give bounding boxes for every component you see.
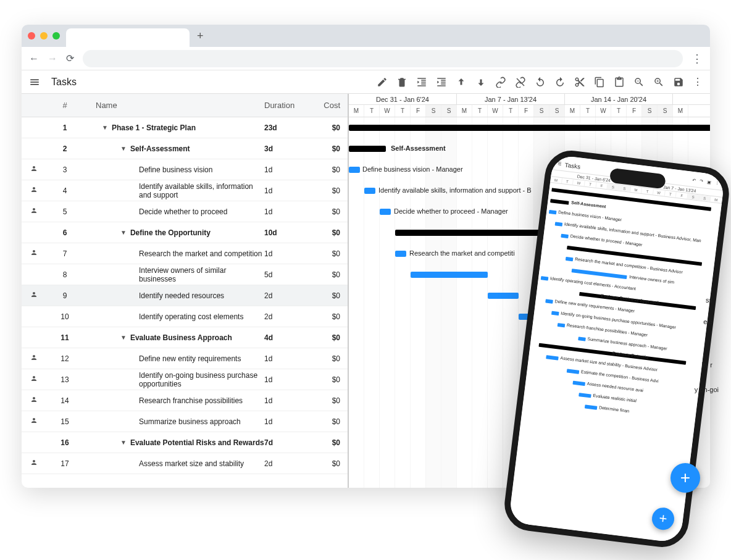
forward-icon[interactable]: → — [48, 53, 57, 64]
col-cost[interactable]: Cost — [314, 101, 348, 110]
task-bar[interactable] — [545, 299, 553, 303]
more-icon[interactable]: ⋮ — [714, 180, 719, 186]
back-icon[interactable]: ← — [29, 53, 39, 64]
task-row[interactable]: 3 Define business vision 1d $0 — [22, 159, 348, 180]
task-bar[interactable] — [380, 209, 391, 215]
copy-icon[interactable] — [594, 76, 605, 88]
row-name: ▼Phase 1 - Strategic Plan — [83, 123, 264, 132]
expand-icon[interactable]: ▼ — [120, 439, 127, 446]
task-row[interactable]: 17 Assess market size and stability 2d $… — [22, 453, 348, 474]
task-row[interactable]: 14 Research franchise possibilities 1d $… — [22, 390, 348, 411]
task-row[interactable]: 6 ▼Define the Opportunity 10d $0 — [22, 222, 348, 243]
zoom-in-icon[interactable] — [653, 76, 664, 88]
task-bar[interactable] — [546, 355, 559, 360]
add-task-fab[interactable]: + — [670, 463, 700, 493]
expand-icon[interactable]: ▼ — [120, 145, 127, 152]
redo-icon[interactable]: ↷ — [700, 178, 704, 184]
task-bar[interactable] — [349, 167, 360, 173]
row-type-icon — [22, 417, 46, 426]
unlink-icon[interactable] — [515, 76, 526, 88]
row-type-icon — [22, 291, 46, 300]
new-tab-button[interactable]: + — [197, 30, 204, 43]
row-duration: 23d — [264, 123, 314, 132]
task-bar[interactable] — [411, 272, 488, 278]
cut-icon[interactable] — [574, 76, 585, 88]
undo-icon[interactable] — [535, 76, 546, 88]
task-bar[interactable] — [364, 188, 375, 194]
task-bar[interactable] — [551, 311, 559, 316]
summary-bar[interactable] — [550, 199, 569, 205]
task-bar[interactable] — [395, 251, 406, 257]
task-row[interactable]: 7 Research the market and competition 1d… — [22, 243, 348, 264]
task-row[interactable]: 1 ▼Phase 1 - Strategic Plan 23d $0 — [22, 117, 348, 138]
expand-icon[interactable]: ▼ — [102, 124, 108, 131]
browser-tab[interactable] — [66, 28, 190, 47]
save-icon[interactable] — [673, 76, 684, 88]
task-row[interactable]: 13 Identify on-going business purchase o… — [22, 369, 348, 390]
task-bar[interactable] — [488, 293, 519, 299]
task-bar[interactable] — [566, 257, 574, 261]
task-row[interactable]: 11 ▼Evaluate Business Approach 4d $0 — [22, 327, 348, 348]
day-header: M — [457, 105, 472, 117]
col-duration[interactable]: Duration — [264, 101, 314, 110]
task-row[interactable]: 5 Decide whether to proceed 1d $0 — [22, 201, 348, 222]
address-bar[interactable] — [83, 50, 683, 67]
task-bar[interactable] — [558, 323, 566, 327]
menu-icon[interactable] — [29, 77, 40, 88]
arrow-up-icon[interactable] — [456, 76, 467, 88]
save-icon[interactable]: ▣ — [707, 180, 712, 185]
delete-icon[interactable] — [396, 76, 407, 88]
row-name: Define new entity requirements — [83, 354, 264, 363]
task-row[interactable]: 12 Define new entity requirements 1d $0 — [22, 348, 348, 369]
edit-icon[interactable] — [377, 76, 388, 88]
maximize-window-icon[interactable] — [52, 32, 60, 40]
task-row[interactable]: 9 Identify needed resources 2d $0 — [22, 285, 348, 306]
task-bar[interactable] — [541, 276, 549, 280]
add-task-fab[interactable]: + — [651, 506, 675, 531]
day-header: S — [441, 105, 457, 117]
row-duration: 1d — [264, 249, 314, 258]
more-icon[interactable]: ⋮ — [693, 76, 703, 88]
reload-icon[interactable]: ⟳ — [66, 52, 74, 64]
arrow-down-icon[interactable] — [475, 76, 487, 88]
row-cost: $0 — [314, 438, 348, 447]
row-type-icon — [22, 249, 46, 258]
menu-icon[interactable]: ☰ — [557, 161, 561, 167]
indent-icon[interactable] — [436, 76, 447, 88]
zoom-out-icon[interactable] — [633, 76, 645, 88]
task-bar[interactable] — [585, 404, 598, 409]
task-bar[interactable] — [572, 381, 585, 386]
row-type-icon — [22, 186, 46, 195]
minimize-window-icon[interactable] — [40, 32, 48, 40]
task-bar[interactable] — [555, 222, 563, 226]
undo-icon[interactable]: ↶ — [692, 178, 696, 183]
expand-icon[interactable]: ▼ — [120, 229, 127, 236]
task-row[interactable]: 15 Summarize business approach 1d $0 — [22, 411, 348, 432]
task-bar[interactable] — [549, 210, 557, 214]
task-row[interactable]: 4 Identify available skills, information… — [22, 180, 348, 201]
summary-bar[interactable] — [349, 146, 386, 152]
col-num[interactable]: # — [46, 101, 83, 110]
summary-bar[interactable] — [349, 125, 710, 131]
summary-bar[interactable] — [395, 230, 549, 236]
task-bar[interactable] — [579, 393, 591, 398]
paste-icon[interactable] — [614, 76, 625, 88]
redo-icon[interactable] — [554, 76, 566, 88]
row-duration: 2d — [264, 312, 314, 321]
task-bar[interactable] — [567, 369, 580, 374]
col-name[interactable]: Name — [83, 101, 264, 110]
gantt-row: Self-Assessment — [349, 138, 710, 159]
link-icon[interactable] — [495, 76, 506, 88]
bar-label: Research the market and competiti — [409, 249, 515, 257]
task-row[interactable]: 10 Identify operating cost elements 2d $… — [22, 306, 348, 327]
row-num: 12 — [46, 354, 83, 363]
task-row[interactable]: 2 ▼Self-Assessment 3d $0 — [22, 138, 348, 159]
task-bar[interactable] — [578, 336, 586, 341]
task-bar[interactable] — [561, 234, 569, 238]
close-window-icon[interactable] — [28, 32, 35, 40]
task-row[interactable]: 16 ▼Evaluate Potential Risks and Rewards… — [22, 432, 348, 453]
browser-menu-icon[interactable]: ⋮ — [691, 52, 703, 65]
task-row[interactable]: 8 Interview owners of similar businesses… — [22, 264, 348, 285]
outdent-icon[interactable] — [416, 76, 427, 88]
expand-icon[interactable]: ▼ — [120, 334, 127, 341]
